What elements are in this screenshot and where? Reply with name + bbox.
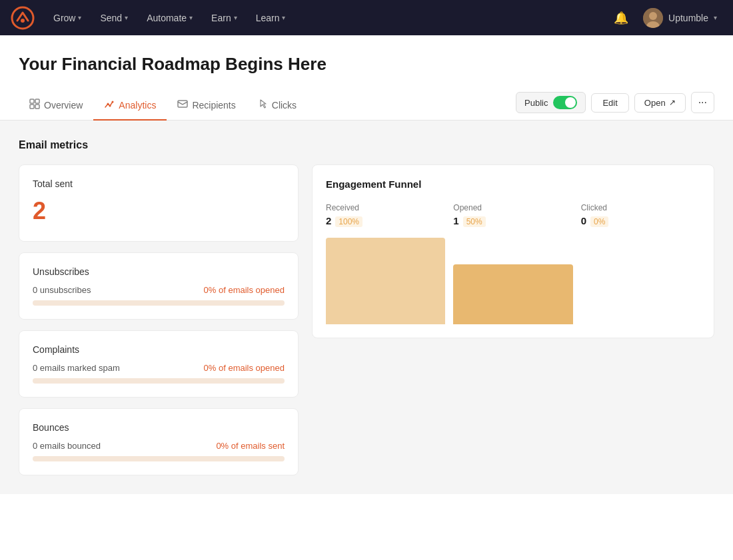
funnel-col-received: Received 2 100%: [326, 203, 445, 227]
bounces-count: 0 emails bounced: [33, 441, 101, 451]
recipients-icon: [177, 99, 188, 111]
nav-item-send[interactable]: Send ▾: [92, 9, 136, 27]
svg-point-10: [109, 105, 111, 107]
funnel-received-values: 2 100%: [326, 215, 445, 227]
toggle-switch[interactable]: [553, 96, 577, 109]
svg-rect-7: [30, 105, 34, 109]
bounces-progress-bg: [33, 456, 285, 461]
funnel-bar-received: [326, 238, 445, 324]
user-chevron-icon: ▾: [714, 14, 717, 21]
page-title: Your Financial Roadmap Begins Here: [19, 54, 714, 75]
engagement-funnel-card: Engagement Funnel Received 2 100% Opened: [312, 164, 714, 338]
total-sent-value: 2: [33, 197, 285, 225]
navbar: Grow ▾ Send ▾ Automate ▾ Earn ▾ Learn ▾ …: [0, 0, 733, 35]
svg-rect-5: [30, 99, 34, 103]
overview-icon: [29, 99, 40, 111]
complaints-row: 0 emails marked spam 0% of emails opened: [33, 363, 285, 373]
funnel-opened-label: Opened: [453, 203, 572, 212]
chevron-down-icon: ▾: [78, 14, 81, 21]
funnel-received-pct: 100%: [335, 216, 363, 227]
analytics-icon: [104, 99, 115, 111]
funnel-received-label: Received: [326, 203, 445, 212]
nav-item-learn[interactable]: Learn ▾: [248, 9, 294, 27]
funnel-bar-opened: [453, 238, 572, 324]
unsubscribes-progress-bg: [33, 300, 285, 306]
chevron-down-icon: ▾: [189, 14, 193, 21]
svg-point-3: [649, 12, 657, 20]
funnel-title: Engagement Funnel: [326, 178, 700, 190]
unsubscribes-pct: 0% of emails opened: [204, 285, 285, 295]
page: Your Financial Roadmap Begins Here Overv…: [0, 35, 733, 560]
user-menu[interactable]: Uptumble ▾: [638, 5, 722, 31]
unsubscribes-row: 0 unsubscribes 0% of emails opened: [33, 285, 285, 295]
unsubscribes-count: 0 unsubscribes: [33, 285, 91, 295]
complaints-pct: 0% of emails opened: [204, 363, 285, 373]
svg-point-9: [107, 103, 109, 105]
tab-recipients[interactable]: Recipients: [167, 91, 246, 121]
funnel-bars: [326, 238, 700, 324]
bounces-label: Bounces: [33, 422, 285, 433]
bounces-card: Bounces 0 emails bounced 0% of emails se…: [19, 408, 299, 475]
total-sent-label: Total sent: [33, 178, 285, 189]
tab-overview[interactable]: Overview: [19, 91, 93, 121]
left-column: Total sent 2 Unsubscribes 0 unsubscribes…: [19, 164, 299, 475]
nav-item-automate[interactable]: Automate ▾: [139, 9, 201, 27]
external-link-icon: ↗: [669, 98, 676, 107]
chevron-down-icon: ▾: [234, 14, 237, 21]
funnel-received-value: 2: [326, 215, 331, 226]
edit-button[interactable]: Edit: [591, 93, 628, 113]
funnel-opened-value: 1: [453, 215, 458, 226]
funnel-clicked-values: 0 0%: [581, 215, 700, 227]
funnel-bar-received-fill: [326, 238, 445, 324]
funnel-clicked-value: 0: [581, 215, 586, 226]
bounces-pct: 0% of emails sent: [216, 441, 285, 451]
section-title: Email metrics: [19, 139, 714, 151]
complaints-card: Complaints 0 emails marked spam 0% of em…: [19, 330, 299, 398]
total-sent-card: Total sent 2: [19, 164, 299, 242]
svg-point-1: [21, 19, 25, 23]
unsubscribes-card: Unsubscribes 0 unsubscribes 0% of emails…: [19, 252, 299, 320]
content: Email metrics Total sent 2 Unsubscribes …: [0, 121, 733, 494]
complaints-progress-bg: [33, 378, 285, 384]
clicks-icon: [257, 99, 268, 111]
public-toggle[interactable]: Public: [516, 92, 586, 113]
funnel-opened-pct: 50%: [463, 216, 486, 227]
funnel-opened-values: 1 50%: [453, 215, 572, 227]
funnel-bar-clicked: [581, 238, 700, 324]
funnel-col-clicked: Clicked 0 0%: [581, 203, 700, 227]
unsubscribes-label: Unsubscribes: [33, 266, 285, 277]
metrics-grid: Total sent 2 Unsubscribes 0 unsubscribes…: [19, 164, 714, 475]
nav-item-earn[interactable]: Earn ▾: [203, 9, 245, 27]
open-button[interactable]: Open ↗: [634, 93, 686, 113]
tab-actions: Public Edit Open ↗ ···: [516, 92, 714, 119]
chevron-down-icon: ▾: [125, 14, 128, 21]
chevron-down-icon: ▾: [282, 14, 285, 21]
username: Uptumble: [668, 13, 708, 23]
right-column: Engagement Funnel Received 2 100% Opened: [312, 164, 714, 475]
svg-point-11: [112, 101, 114, 103]
funnel-clicked-pct: 0%: [590, 216, 608, 227]
page-header: Your Financial Roadmap Begins Here: [0, 35, 733, 75]
more-options-button[interactable]: ···: [691, 92, 714, 113]
funnel-clicked-label: Clicked: [581, 203, 700, 212]
funnel-col-opened: Opened 1 50%: [453, 203, 572, 227]
avatar: [643, 8, 663, 28]
funnel-headers: Received 2 100% Opened 1 50%: [326, 203, 700, 227]
svg-rect-6: [35, 99, 39, 103]
tab-clicks[interactable]: Clicks: [247, 91, 307, 121]
svg-point-0: [12, 7, 33, 29]
logo[interactable]: [11, 6, 35, 30]
notifications-bell-icon[interactable]: 🔔: [607, 7, 635, 29]
svg-rect-12: [178, 101, 187, 107]
tabs-bar: Overview Analytics Recipients: [0, 91, 733, 121]
complaints-label: Complaints: [33, 344, 285, 355]
nav-item-grow[interactable]: Grow ▾: [45, 9, 89, 27]
tab-analytics[interactable]: Analytics: [93, 91, 167, 121]
svg-rect-8: [35, 105, 39, 109]
complaints-count: 0 emails marked spam: [33, 363, 120, 373]
funnel-bar-opened-fill: [453, 264, 572, 324]
bounces-row: 0 emails bounced 0% of emails sent: [33, 441, 285, 451]
